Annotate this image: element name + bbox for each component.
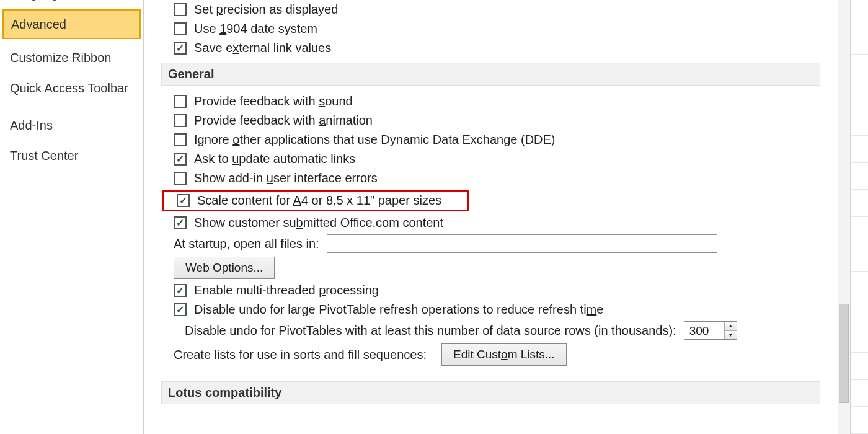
general-option-6-container: Show customer submitted Office.com conte… [174, 216, 443, 230]
startup-path-input[interactable] [327, 234, 717, 253]
general-option-4-row: Show add-in user interface errors [161, 169, 825, 188]
calc-option-2-label[interactable]: Save external link values [194, 41, 331, 55]
undo-rows-label: Disable undo for PivotTables with at lea… [185, 324, 676, 338]
edit-custom-lists-button[interactable]: Edit Custom Lists... [441, 343, 567, 366]
general-option-3-label[interactable]: Ask to update automatic links [194, 152, 355, 166]
nav-divider [7, 105, 136, 105]
section-header-general: General [161, 63, 820, 86]
startup-label: At startup, open all files in: [174, 237, 319, 251]
calc-option-2-row: Save external link values [161, 38, 825, 58]
web-options-button[interactable]: Web Options... [174, 257, 275, 279]
create-lists-row: Create lists for use in sorts and fill s… [161, 342, 825, 368]
general-option-1-label[interactable]: Provide feedback with animation [194, 113, 373, 128]
general-option-3-checkbox[interactable] [174, 153, 187, 166]
general-option-5-container: Scale content for A4 or 8.5 x 11" paper … [162, 190, 469, 211]
nav-item-advanced[interactable]: Advanced [2, 9, 141, 39]
calc-option-1-container: Use 1904 date system [174, 22, 317, 36]
general-option-2-row: Ignore other applications that use Dynam… [161, 130, 825, 149]
spinner-up-icon[interactable]: ▲ [725, 322, 737, 331]
general-option-4-container: Show add-in user interface errors [174, 171, 378, 185]
general-option-5-row: Scale content for A4 or 8.5 x 11" paper … [161, 188, 825, 213]
general2-option-0-row: Enable multi-threaded processing [161, 281, 825, 300]
general-option-4-checkbox[interactable] [174, 172, 187, 185]
general-option-5-checkbox[interactable] [177, 194, 190, 207]
options-nav-sidebar: Language Advanced Customize Ribbon Quick… [0, 0, 144, 434]
undo-rows-row: Disable undo for PivotTables with at lea… [172, 319, 825, 342]
background-spreadsheet [851, 0, 868, 434]
general-option-1-container: Provide feedback with animation [174, 113, 373, 128]
general-option-5-label[interactable]: Scale content for A4 or 8.5 x 11" paper … [197, 193, 441, 208]
calc-option-1-checkbox[interactable] [174, 22, 187, 35]
advanced-content: Set precision as displayedUse 1904 date … [161, 0, 838, 434]
undo-rows-value[interactable]: 300 [684, 322, 724, 339]
nav-item-customize-ribbon[interactable]: Customize Ribbon [0, 43, 143, 73]
undo-rows-spinner[interactable]: 300 ▲ ▼ [684, 321, 737, 340]
web-options-button-label: Web Options... [185, 261, 263, 274]
calc-option-0-checkbox[interactable] [174, 3, 187, 16]
general-option-2-label[interactable]: Ignore other applications that use Dynam… [194, 133, 556, 147]
nav-item-language[interactable]: Language [0, 0, 143, 9]
general-option-6-row: Show customer submitted Office.com conte… [161, 213, 825, 232]
general2-option-0-checkbox[interactable] [174, 284, 187, 297]
content-gutter [144, 0, 161, 434]
content-scrollbar[interactable] [838, 0, 850, 434]
general-option-2-checkbox[interactable] [174, 133, 187, 146]
calc-option-2-checkbox[interactable] [174, 42, 187, 55]
web-options-row: Web Options... [161, 255, 825, 281]
scrollbar-thumb[interactable] [839, 304, 849, 403]
calc-option-0-row: Set precision as displayed [161, 0, 825, 19]
general-option-4-label[interactable]: Show add-in user interface errors [194, 171, 378, 185]
spinner-buttons: ▲ ▼ [724, 322, 737, 339]
calc-option-0-label[interactable]: Set precision as displayed [194, 2, 338, 17]
create-lists-label: Create lists for use in sorts and fill s… [174, 348, 427, 362]
startup-row: At startup, open all files in: [161, 232, 825, 255]
nav-item-add-ins[interactable]: Add-Ins [0, 110, 143, 141]
general-option-1-row: Provide feedback with animation [161, 111, 825, 130]
general2-option-1-container: Disable undo for large PivotTable refres… [174, 303, 603, 317]
general2-option-1-row: Disable undo for large PivotTable refres… [161, 300, 825, 319]
general2-option-0-label[interactable]: Enable multi-threaded processing [194, 283, 379, 298]
options-main: Set precision as displayedUse 1904 date … [144, 0, 851, 434]
edit-custom-lists-label: Edit Custom Lists... [453, 348, 555, 361]
calc-option-1-label[interactable]: Use 1904 date system [194, 22, 317, 36]
options-dialog: Language Advanced Customize Ribbon Quick… [0, 0, 868, 434]
general-option-6-label[interactable]: Show customer submitted Office.com conte… [194, 216, 443, 230]
spinner-down-icon[interactable]: ▼ [725, 331, 737, 340]
general2-option-1-label[interactable]: Disable undo for large PivotTable refres… [194, 303, 603, 317]
calc-option-1-row: Use 1904 date system [161, 19, 825, 38]
general-option-3-row: Ask to update automatic links [161, 149, 825, 169]
general-option-2-container: Ignore other applications that use Dynam… [174, 133, 556, 147]
section-header-lotus: Lotus compatibility [161, 381, 820, 404]
general-option-0-checkbox[interactable] [174, 95, 187, 108]
general2-option-0-container: Enable multi-threaded processing [174, 283, 379, 298]
general-option-0-row: Provide feedback with sound [161, 92, 825, 111]
calc-option-2-container: Save external link values [174, 41, 331, 55]
general-option-3-container: Ask to update automatic links [174, 152, 355, 166]
general-option-0-label[interactable]: Provide feedback with sound [194, 94, 353, 108]
nav-item-quick-access-toolbar[interactable]: Quick Access Toolbar [0, 73, 143, 104]
general2-option-1-checkbox[interactable] [174, 303, 187, 316]
general-option-0-container: Provide feedback with sound [174, 94, 353, 108]
nav-item-trust-center[interactable]: Trust Center [0, 141, 143, 171]
calc-option-0-container: Set precision as displayed [174, 2, 338, 17]
general-option-6-checkbox[interactable] [174, 216, 187, 229]
general-option-1-checkbox[interactable] [174, 114, 187, 127]
